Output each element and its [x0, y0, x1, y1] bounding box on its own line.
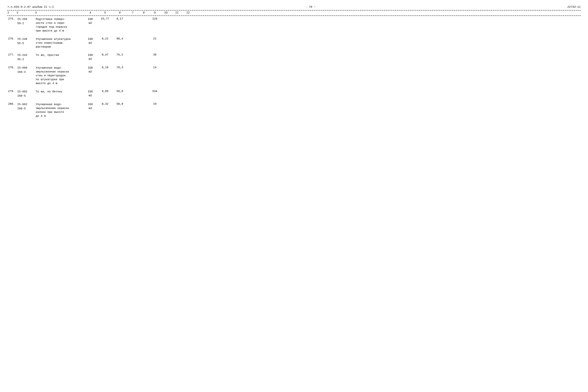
- row-number: 279.: [7, 90, 16, 93]
- row-col5: 9,09: [98, 90, 112, 93]
- col-header-3: 3: [35, 11, 83, 15]
- row-description: Улучшенная водо- эмульсионная окраска ст…: [35, 66, 83, 85]
- row-unit: IOO м2: [83, 90, 98, 98]
- row-code: I5-246 55-5: [16, 37, 35, 46]
- row-col6: 76,3: [112, 66, 127, 69]
- col-header-6: 6: [112, 11, 127, 15]
- page-header: т.п.8IO-9-2.87 альбом II ч.I - 79 - 2273…: [7, 6, 581, 9]
- row-unit: IOO м2: [83, 37, 98, 45]
- col-header-7: 7: [127, 11, 138, 15]
- col-header-8: 8: [138, 11, 149, 15]
- col-header-4: 4: [83, 11, 98, 15]
- row-code: I5-660 I68-3: [16, 66, 35, 74]
- row-description: То же, простая: [35, 53, 83, 57]
- col-header-2: 2: [16, 11, 35, 15]
- row-code: I5-294 59-I: [16, 17, 35, 26]
- row-unit: IOO м2: [83, 66, 98, 74]
- header-right: 22733-11: [567, 6, 581, 9]
- table-body: 275.I5-294 59-IПодготовка поверх- ности …: [7, 17, 581, 118]
- header-left: т.п.8IO-9-2.87 альбом II ч.I: [7, 6, 54, 9]
- row-col6: 76,2: [112, 53, 127, 56]
- row-col5: 0,2I: [98, 37, 112, 40]
- col-header-9: 9: [149, 11, 160, 15]
- row-col5: 0,32: [98, 102, 112, 106]
- table-row: 276.I5-246 55-5Улучшенная штукатурка сте…: [7, 37, 581, 49]
- row-number: 278.: [7, 66, 16, 69]
- row-col6: 58,8: [112, 102, 127, 106]
- row-description: Подготовка поверх- ности стен и пере- го…: [35, 17, 83, 33]
- col-header-1: I: [7, 11, 16, 15]
- row-col5: 0,I8: [98, 66, 112, 69]
- col-header-12: I2: [182, 11, 193, 15]
- row-description: Улучшенная водо- эмульсионная окраска ко…: [35, 102, 83, 118]
- row-code: I5-662 I68-5: [16, 90, 35, 98]
- row-col9: 36: [149, 53, 160, 56]
- row-unit: IOO м2: [83, 17, 98, 25]
- row-col5: I5,77: [98, 17, 112, 20]
- row-description: Улучшенная штукатурка стен известковым р…: [35, 37, 83, 49]
- row-col9: I9: [149, 102, 160, 106]
- col-header-10: IO: [160, 11, 171, 15]
- row-description: То же, по бетону: [35, 90, 83, 94]
- column-headers: I 2 3 4 5 6 7 8 9 IO II I2: [7, 11, 581, 15]
- row-col5: 0,47: [98, 53, 112, 56]
- top-divider: [7, 10, 581, 10]
- header-divider: [7, 16, 581, 16]
- row-col9: I29: [149, 17, 160, 20]
- row-code: I5-242 55-I: [16, 53, 35, 62]
- col-header-5: 5: [98, 11, 112, 15]
- table-row: 275.I5-294 59-IПодготовка поверх- ности …: [7, 17, 581, 33]
- row-number: 277.: [7, 53, 16, 56]
- row-col6: 98,4: [112, 37, 127, 40]
- row-col9: I4: [149, 66, 160, 69]
- table-row: 278.I5-660 I68-3Улучшенная водо- эмульси…: [7, 66, 581, 85]
- header-center: - 79 -: [306, 6, 316, 9]
- table-row: 277.I5-242 55-IТо же, простаяIOO м20,477…: [7, 53, 581, 62]
- row-unit: IOO м2: [83, 102, 98, 110]
- row-number: 275.: [7, 17, 16, 20]
- row-number: 280.: [7, 102, 16, 106]
- row-col6: 58,8: [112, 90, 127, 93]
- row-unit: IOO м2: [83, 53, 98, 61]
- col-header-11: II: [171, 11, 182, 15]
- row-col6: 8,I7: [112, 17, 127, 20]
- table-row: 280.I5-662 I68-5Улучшенная водо- эмульси…: [7, 102, 581, 118]
- row-col9: 534: [149, 90, 160, 93]
- row-col9: 2I: [149, 37, 160, 40]
- row-number: 276.: [7, 37, 16, 40]
- row-code: I5-662 I68-5: [16, 102, 35, 111]
- table-row: 279.I5-662 I68-5То же, по бетонуIOO м29,…: [7, 90, 581, 98]
